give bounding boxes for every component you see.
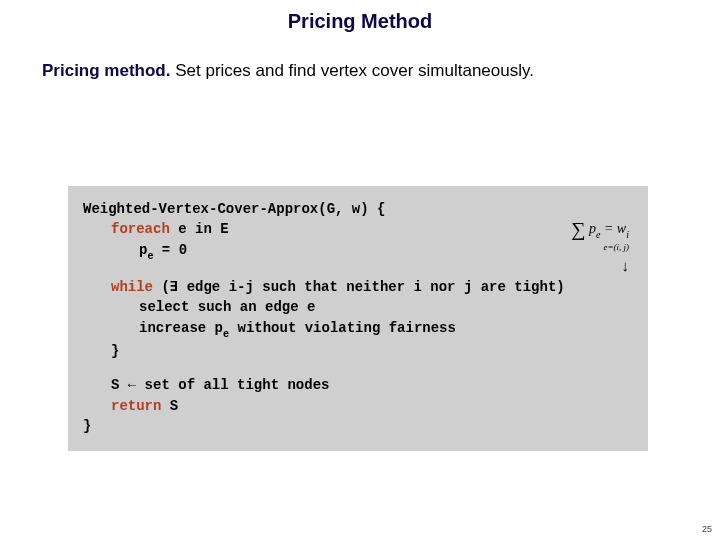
code-brace-outer: } bbox=[83, 418, 91, 434]
return-rest: S bbox=[161, 398, 178, 414]
code-return: return S bbox=[83, 396, 633, 416]
s-post: set of all tight nodes bbox=[136, 377, 329, 393]
exists-symbol: ∃ bbox=[170, 279, 178, 295]
code-increase: increase pe without violating fairness bbox=[83, 318, 633, 341]
foreach-rest: e in E bbox=[170, 221, 229, 237]
code-foreach: foreach e in E bbox=[83, 219, 633, 239]
code-fn-decl: Weighted-Vertex-Cover-Approx(G, w) { bbox=[83, 201, 385, 217]
slide: Pricing Method Pricing method. Set price… bbox=[0, 0, 720, 540]
left-arrow-icon: ← bbox=[128, 377, 136, 393]
code-brace-inner: } bbox=[83, 341, 633, 361]
while-keyword: while bbox=[111, 279, 153, 295]
return-keyword: return bbox=[111, 398, 161, 414]
increase-sub: e bbox=[223, 329, 229, 340]
sigma-symbol: ∑ bbox=[571, 215, 585, 244]
page-number: 25 bbox=[702, 524, 712, 534]
pe-sub: e bbox=[147, 251, 153, 262]
formula-i-sub: i bbox=[626, 229, 629, 240]
formula-e-sub: e bbox=[596, 229, 600, 240]
code-init-pe: pe = 0 bbox=[83, 240, 633, 263]
code-select: select such an edge e bbox=[83, 297, 633, 317]
pseudocode-box: ∑ pe = wi e=(i, j) ↓ Weighted-Vertex-Cov… bbox=[68, 186, 648, 451]
code-while: while (∃ edge i-j such that neither i no… bbox=[83, 277, 633, 297]
formula-eq: = w bbox=[600, 221, 626, 236]
formula-p: p bbox=[589, 221, 596, 236]
s-pre: S bbox=[111, 377, 128, 393]
while-cond: edge i-j such that neither i nor j are t… bbox=[178, 279, 564, 295]
slide-title: Pricing Method bbox=[0, 0, 720, 33]
down-arrow-icon: ↓ bbox=[571, 256, 629, 278]
tight-formula: ∑ pe = wi e=(i, j) ↓ bbox=[571, 215, 629, 278]
foreach-keyword: foreach bbox=[111, 221, 170, 237]
increase-pre: increase p bbox=[139, 320, 223, 336]
code-s-assign: S ← set of all tight nodes bbox=[83, 375, 633, 395]
formula-body: pe = wi bbox=[589, 221, 629, 236]
increase-post: without violating fairness bbox=[229, 320, 456, 336]
intro-lead: Pricing method. bbox=[42, 61, 170, 80]
pe-eq: = 0 bbox=[153, 242, 187, 258]
intro-line: Pricing method. Set prices and find vert… bbox=[0, 33, 720, 81]
intro-rest: Set prices and find vertex cover simulta… bbox=[170, 61, 533, 80]
while-open: ( bbox=[153, 279, 170, 295]
